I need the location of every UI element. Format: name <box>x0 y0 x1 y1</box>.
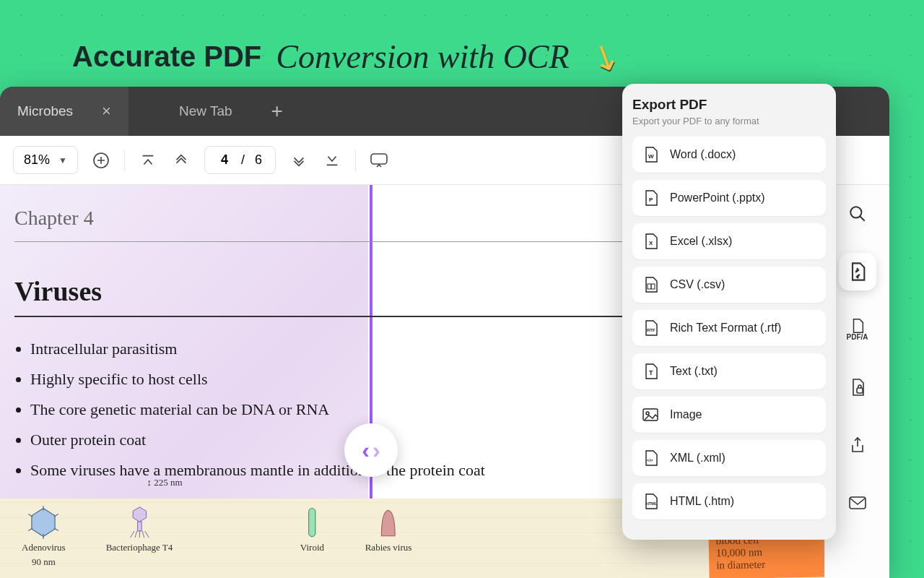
share-button[interactable] <box>839 426 876 464</box>
export-panel: Export PDF Export your PDF to any format… <box>622 84 836 540</box>
convert-button[interactable] <box>839 253 876 290</box>
last-page-button[interactable] <box>322 150 342 171</box>
new-tab-button[interactable]: + <box>271 100 283 123</box>
promo-text-b: Conversion with OCR <box>276 38 569 76</box>
html-icon: HTML <box>642 493 658 509</box>
page-sep: / <box>241 152 245 168</box>
zoom-value: 81% <box>24 152 50 168</box>
svg-rect-14 <box>137 522 141 531</box>
svg-text:P: P <box>649 197 653 203</box>
mail-button[interactable] <box>839 484 876 522</box>
export-label: HTML (.htm) <box>670 495 734 508</box>
export-title: Export PDF <box>632 97 826 113</box>
svg-line-19 <box>144 531 149 538</box>
diagram-rabies: Rabies virus <box>365 506 412 553</box>
diagram-viroid: Viroid <box>300 506 325 553</box>
export-csv[interactable]: CSV (.csv) <box>632 267 826 303</box>
diagram-label: Adenovirus <box>22 542 66 553</box>
promo-heading: Accurate PDF Conversion with OCR ↘ <box>72 36 620 77</box>
diagram-bacteriophage: ↕ 225 nm Bacteriophage T4 <box>106 506 173 553</box>
svg-text:W: W <box>648 153 654 160</box>
export-label: Text (.txt) <box>670 365 718 378</box>
chevron-down-icon: ▼ <box>58 155 67 165</box>
diagram-label: Rabies virus <box>365 542 412 553</box>
export-xml[interactable]: </> XML (.xml) <box>632 440 826 476</box>
svg-rect-24 <box>850 497 866 509</box>
svg-line-16 <box>134 531 136 538</box>
page-total: 6 <box>255 152 262 168</box>
export-image[interactable]: Image <box>632 397 826 433</box>
svg-line-15 <box>130 531 134 538</box>
first-page-button[interactable] <box>138 150 158 171</box>
svg-rect-20 <box>309 508 315 536</box>
export-label: CSV (.csv) <box>670 278 725 291</box>
export-label: PowerPoint (.pptx) <box>670 191 765 204</box>
powerpoint-icon: P <box>642 190 658 206</box>
pdfa-button[interactable]: PDF/A <box>839 311 876 348</box>
svg-text:HTML: HTML <box>646 501 658 506</box>
export-text[interactable]: T Text (.txt) <box>632 353 826 389</box>
svg-rect-23 <box>857 388 863 393</box>
svg-marker-6 <box>32 508 55 536</box>
presentation-button[interactable] <box>369 150 389 171</box>
zoom-in-button[interactable] <box>91 150 111 171</box>
svg-marker-13 <box>133 507 146 522</box>
search-button[interactable] <box>839 195 876 233</box>
export-label: XML (.xml) <box>670 452 725 465</box>
promo-text-a: Accurate PDF <box>72 40 261 73</box>
chevron-left-icon: ‹ <box>362 437 370 464</box>
svg-text:T: T <box>649 369 653 376</box>
export-label: Excel (.xlsx) <box>670 235 732 248</box>
diagram-label: Bacteriophage T4 <box>106 542 173 553</box>
excel-icon: X <box>642 233 658 249</box>
svg-rect-5 <box>371 154 387 164</box>
xml-icon: </> <box>642 450 658 466</box>
export-subtitle: Export your PDF to any format <box>632 116 826 126</box>
svg-point-33 <box>646 412 649 415</box>
image-icon <box>642 407 658 423</box>
export-excel[interactable]: X Excel (.xlsx) <box>632 223 826 259</box>
tab-microbes[interactable]: Microbes × <box>0 87 128 136</box>
diagram-label: Viroid <box>300 542 324 553</box>
export-html[interactable]: HTML HTML (.htm) <box>632 483 826 519</box>
tab-label: Microbes <box>17 103 73 119</box>
export-label: Image <box>670 408 702 421</box>
svg-point-21 <box>850 207 861 217</box>
svg-text:</>: </> <box>647 458 653 462</box>
protect-button[interactable] <box>839 368 876 406</box>
word-icon: W <box>642 147 658 163</box>
svg-text:RTF: RTF <box>647 328 655 332</box>
diagram-size: 90 nm <box>32 556 56 568</box>
close-icon[interactable]: × <box>102 102 111 121</box>
export-powerpoint[interactable]: P PowerPoint (.pptx) <box>632 180 826 216</box>
tab-label: New Tab <box>179 103 232 119</box>
text-icon: T <box>642 363 658 379</box>
export-word[interactable]: W Word (.docx) <box>632 137 826 173</box>
svg-text:X: X <box>649 240 653 246</box>
svg-line-18 <box>142 531 144 538</box>
chevron-right-icon: › <box>372 437 380 464</box>
export-rtf[interactable]: RTF Rich Text Format (.rtf) <box>632 310 826 346</box>
compare-slider-handle[interactable]: ‹ › <box>344 423 398 477</box>
next-page-button[interactable] <box>289 150 309 171</box>
tab-new[interactable]: New Tab <box>128 87 250 136</box>
svg-line-22 <box>860 216 865 221</box>
page-indicator[interactable]: 4 / 6 <box>204 146 276 174</box>
export-label: Rich Text Format (.rtf) <box>670 322 781 335</box>
rtf-icon: RTF <box>642 320 658 336</box>
zoom-select[interactable]: 81% ▼ <box>13 146 78 174</box>
export-label: Word (.docx) <box>670 148 736 161</box>
csv-icon <box>642 277 658 293</box>
page-current: 4 <box>218 152 231 168</box>
prev-page-button[interactable] <box>171 150 191 171</box>
diagram-adenovirus: Adenovirus 90 nm <box>22 506 66 568</box>
